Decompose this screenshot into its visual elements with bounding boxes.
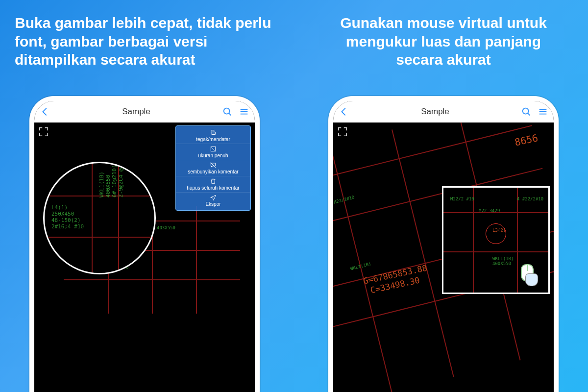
phone-mockup-right: Sample (328, 96, 559, 392)
fullscreen-button[interactable] (337, 126, 348, 137)
dropdown-label: Ekspor (205, 201, 220, 207)
trash-icon (210, 178, 217, 185)
meas-label: M22/2 #10 (450, 196, 474, 201)
search-button[interactable] (220, 105, 234, 119)
app-bar: Sample (34, 101, 255, 122)
svg-line-28 (528, 113, 530, 115)
virtual-mouse-magnifier: M22/2 #10 4 #22/2#10 L3(2) M22-3429 WKL1… (442, 186, 550, 294)
options-dropdown: tegak/mendatar ukuran penuh sembunyikan … (175, 125, 251, 211)
back-button[interactable] (38, 105, 52, 119)
reticle-icon (486, 223, 506, 244)
search-button[interactable] (519, 105, 533, 119)
svg-point-0 (224, 108, 230, 114)
back-button[interactable] (337, 105, 351, 119)
app-bar: Sample (333, 101, 554, 122)
export-icon (210, 194, 217, 201)
dropdown-item-deletecomments[interactable]: hapus seluruh komentar (176, 176, 250, 193)
dropdown-label: hapus seluruh komentar (187, 185, 239, 191)
dropdown-label: ukuran penuh (198, 153, 228, 158)
dropdown-label: tegak/mendatar (196, 137, 230, 142)
menu-button[interactable] (237, 105, 251, 119)
dropdown-item-hidecomments[interactable]: sembunyikan komentar (176, 160, 250, 176)
menu-button[interactable] (536, 105, 550, 119)
dropdown-item-orientation[interactable]: tegak/mendatar (176, 128, 250, 144)
virtual-mouse-cursor[interactable] (521, 264, 540, 288)
svg-point-27 (523, 108, 529, 114)
appbar-title: Sample (351, 107, 519, 117)
dropdown-item-fullsize[interactable]: ukuran penuh (176, 144, 250, 160)
magnifier-label-b: WKL1(1B) 400X550 6#-10@210(4) 2-9@2C4 @(… (98, 162, 124, 197)
zoom-magnifier: L4(1) 250X450 48-150(2) 2#16;4 #10 WKL1(… (43, 162, 156, 274)
svg-line-8 (211, 147, 215, 151)
meas-label: M22-3429 (479, 208, 500, 213)
dimension-annotation: 8656 (514, 132, 539, 148)
hide-comment-icon (210, 162, 217, 169)
phone-mockup-left: Sample (29, 96, 260, 392)
magnifier-label-a: L4(1) 250X450 48-150(2) 2#16;4 #10 (51, 204, 84, 230)
svg-line-1 (229, 113, 231, 115)
promo-headline-left: Buka gambar lebih cepat, tidak perlu fon… (0, 0, 289, 75)
dropdown-label: sembunyikan komentar (188, 169, 238, 174)
promo-headline-right: Gunakan mouse virtual untuk mengukur lua… (299, 0, 588, 75)
cad-canvas[interactable]: M22/2#10 WKL1(1B) 8656 G=67865853.88 C=3… (333, 122, 554, 392)
fullscreen-button[interactable] (38, 126, 49, 137)
dropdown-item-export[interactable]: Ekspor (176, 193, 250, 208)
cad-canvas[interactable]: 403X550 48@150 tegak/mendatar ukuran pen… (34, 122, 255, 392)
appbar-title: Sample (52, 107, 220, 117)
meas-label: WKL1(1B) 400X550 (492, 256, 514, 266)
orientation-icon (210, 129, 217, 136)
svg-rect-5 (211, 130, 214, 134)
meas-label: 4 #22/2#10 (517, 196, 543, 201)
fullsize-icon (210, 146, 217, 152)
